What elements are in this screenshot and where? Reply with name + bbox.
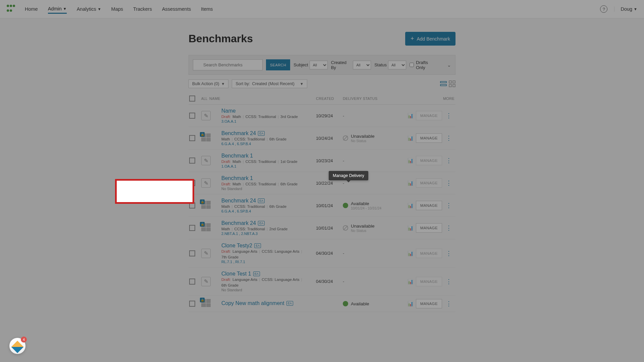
benchmark-title-link[interactable]: Clone Test 1 EA <box>221 271 260 277</box>
manage-button[interactable]: MANAGE <box>416 201 442 210</box>
manage-button[interactable]: MANAGE <box>416 277 442 286</box>
benchmark-title-link[interactable]: Name <box>221 108 236 114</box>
benchmark-title-link[interactable]: Clone Testy2 EA <box>221 243 261 249</box>
row-checkbox[interactable] <box>189 225 195 231</box>
chart-icon[interactable]: 📊 <box>408 301 413 306</box>
row-checkbox[interactable] <box>189 158 195 164</box>
row-checkbox[interactable] <box>189 202 195 208</box>
standards-text: 2.NBT.A.1 , 2.NBT.A.3 <box>221 232 316 236</box>
more-actions-icon[interactable]: ⋮ <box>446 112 452 119</box>
table-row: 🔒Benchmark 24 EAMath|CCSS: Traditional|2… <box>189 217 455 239</box>
svg-rect-1 <box>440 84 446 86</box>
benchmark-title-link[interactable]: Benchmark 24 EA <box>221 220 265 226</box>
more-actions-icon[interactable]: ⋮ <box>446 135 452 141</box>
edit-icon: ✎ <box>201 178 211 188</box>
row-checkbox[interactable] <box>189 279 195 285</box>
select-all-checkbox[interactable] <box>189 96 195 102</box>
standards-text: RL.7.1 , RI.7.1 <box>221 260 316 264</box>
status-select[interactable]: All <box>388 61 406 69</box>
table-row: 🔒Benchmark 24 EAMath|CCSS: Traditional|6… <box>189 194 455 217</box>
user-menu[interactable]: Doug▼ <box>614 6 637 12</box>
created-date: 10/01/24 <box>316 203 343 208</box>
nav-maps[interactable]: Maps <box>111 5 123 14</box>
subject-select[interactable]: All <box>310 61 328 69</box>
more-actions-icon[interactable]: ⋮ <box>446 157 452 164</box>
more-actions-icon[interactable]: ⋮ <box>446 278 452 285</box>
row-checkbox[interactable] <box>189 180 195 186</box>
row-checkbox[interactable] <box>189 113 195 119</box>
table-row: 🔒Copy New math alignment EAAvailable📊MAN… <box>189 296 455 312</box>
chart-icon[interactable]: 📊 <box>408 135 413 141</box>
chart-icon[interactable]: 📊 <box>408 225 413 231</box>
delivery-status-text: Available <box>351 201 381 206</box>
benchmark-title-link[interactable]: Benchmark 1 <box>221 175 253 181</box>
nav-assessments[interactable]: Assessments <box>162 5 191 14</box>
chart-icon[interactable]: 📊 <box>408 251 413 256</box>
floating-help-badge[interactable]: 4 <box>9 338 25 354</box>
manage-button[interactable]: MANAGE <box>416 223 442 233</box>
standards-text: No Standard <box>221 187 316 191</box>
ea-badge: EA <box>258 221 265 226</box>
chart-icon[interactable]: 📊 <box>408 158 413 163</box>
nav-items[interactable]: Items <box>201 5 213 14</box>
svg-rect-0 <box>440 81 446 83</box>
th-name: NAME <box>209 97 316 101</box>
created-date: 10/01/24 <box>316 226 343 231</box>
chart-icon[interactable]: 📊 <box>408 180 413 186</box>
table-row: ✎Clone Testy2 EADraft: Language Arts|CCS… <box>189 239 455 267</box>
nav-trackers[interactable]: Trackers <box>133 5 152 14</box>
created-date: 10/24/24 <box>316 136 343 141</box>
manage-button[interactable]: MANAGE <box>416 299 442 308</box>
table-row: ✎Benchmark 1Draft: Math|CCSS: Traditiona… <box>189 149 455 172</box>
nav-admin[interactable]: Admin ▼ <box>48 5 67 14</box>
created-date: 10/22/24 <box>316 181 343 186</box>
help-icon[interactable]: ? <box>600 5 607 13</box>
draft-label: Draft: <box>221 182 231 186</box>
highlight-annotation <box>115 179 194 204</box>
logo[interactable] <box>7 5 15 13</box>
manage-button[interactable]: MANAGE <box>416 156 442 165</box>
nav-home[interactable]: Home <box>25 5 38 14</box>
row-checkbox[interactable] <box>189 250 195 256</box>
row-checkbox[interactable] <box>189 301 195 307</box>
benchmark-title-link[interactable]: Benchmark 1 <box>221 153 253 159</box>
row-checkbox[interactable] <box>189 135 195 141</box>
grid-view-icon[interactable] <box>449 80 455 87</box>
chart-icon[interactable]: 📊 <box>408 203 413 208</box>
chart-icon[interactable]: 📊 <box>408 279 413 284</box>
more-actions-icon[interactable]: ⋮ <box>446 300 452 307</box>
more-actions-icon[interactable]: ⋮ <box>446 250 452 257</box>
edit-icon: ✎ <box>201 249 211 258</box>
created-date: 04/30/24 <box>316 251 343 256</box>
list-view-icon[interactable] <box>440 80 447 87</box>
more-actions-icon[interactable]: ⋮ <box>446 202 452 209</box>
created-date: 04/30/24 <box>316 279 343 284</box>
manage-button[interactable]: MANAGE <box>416 178 442 188</box>
delivery-status-text: Available <box>351 301 369 306</box>
drafts-only-checkbox[interactable]: Drafts Only <box>410 60 438 70</box>
more-actions-icon[interactable]: ⋮ <box>446 180 452 186</box>
bulk-action-select[interactable]: Bulk Action (0)▼ <box>189 79 228 88</box>
created-by-select[interactable]: All <box>353 61 371 69</box>
ea-badge: EA <box>254 243 261 248</box>
more-actions-icon[interactable]: ⋮ <box>446 225 452 231</box>
draft-label: Draft: <box>221 115 231 119</box>
draft-label: Draft: <box>221 249 231 253</box>
benchmark-title-link[interactable]: Copy New math alignment EA <box>221 300 293 306</box>
sort-select[interactable]: Sort by: Created (Most Recent)▼ <box>232 79 307 88</box>
chart-icon[interactable]: 📊 <box>408 113 413 118</box>
expand-filters-icon[interactable]: ⌄ <box>447 62 451 68</box>
standards-text: 6.G.A.4 , 6.SP.B.4 <box>221 209 316 213</box>
manage-button[interactable]: MANAGE <box>416 111 442 120</box>
nav-analytics[interactable]: Analytics ▼ <box>77 5 101 14</box>
benchmark-title-link[interactable]: Benchmark 24 EA <box>221 130 265 136</box>
add-benchmark-button[interactable]: +Add Benchmark <box>405 32 455 46</box>
manage-button[interactable]: MANAGE <box>416 133 442 143</box>
search-input[interactable] <box>193 59 263 70</box>
search-button[interactable]: SEARCH <box>266 59 290 70</box>
manage-button[interactable]: MANAGE <box>416 249 442 258</box>
table-row: 🔒Benchmark 24 EAMath|CCSS: Traditional|6… <box>189 127 455 149</box>
benchmark-title-link[interactable]: Benchmark 24 EA <box>221 198 265 204</box>
status-dot <box>343 203 348 208</box>
lock-icon: 🔒 <box>200 199 205 204</box>
